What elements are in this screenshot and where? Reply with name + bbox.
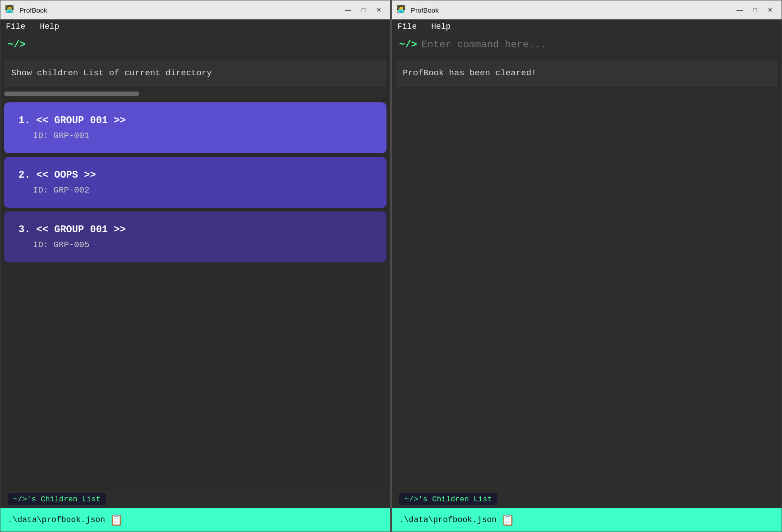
left-card-2-title: 2. << OOPS >> [18,170,372,181]
windows-container: 🧑‍💻 ProfBook — □ ✕ File Help ~/> Show ch… [0,0,782,532]
right-minimize-button[interactable]: — [733,5,746,15]
left-menu-file[interactable]: File [4,21,27,32]
right-app-icon: 🧑‍💻 [396,5,407,15]
left-card-3[interactable]: 3. << GROUP 001 >> ID: GRP-005 [4,211,386,262]
left-command-input[interactable] [30,39,383,50]
left-card-3-title: 3. << GROUP 001 >> [18,224,372,235]
right-empty-area [392,91,782,491]
left-command-area: ~/> [0,34,390,56]
right-output-area: ProfBook has been cleared! [396,60,778,87]
right-menu-bar: File Help [392,19,782,34]
left-card-2[interactable]: 2. << OOPS >> ID: GRP-002 [4,157,386,208]
right-window-title: ProfBook [411,6,729,14]
left-status-bar: ~/>'s Children List [0,491,390,508]
right-status-text: ~/>'s Children List [399,493,497,505]
right-output-text: ProfBook has been cleared! [403,67,771,80]
left-menu-help[interactable]: Help [38,21,61,32]
right-command-area: ~/> [392,34,782,56]
left-cards-container[interactable]: 1. << GROUP 001 >> ID: GRP-001 2. << OOP… [0,99,390,491]
left-window: 🧑‍💻 ProfBook — □ ✕ File Help ~/> Show ch… [0,0,391,532]
left-prompt: ~/> [8,39,26,50]
right-menu-file[interactable]: File [396,21,419,32]
right-bottom-path: .\data\profbook.json [399,515,497,524]
left-app-icon: 🧑‍💻 [5,5,16,15]
left-minimize-button[interactable]: — [341,5,355,15]
right-prompt: ~/> [399,39,417,50]
right-title-bar: 🧑‍💻 ProfBook — □ ✕ [392,0,782,19]
left-scrollbar-thumb[interactable] [4,92,139,96]
left-bottom-bar: .\data\profbook.json 📋 [0,508,390,532]
left-card-1-title: 1. << GROUP 001 >> [18,115,372,126]
left-maximize-button[interactable]: □ [357,5,370,15]
left-window-title: ProfBook [19,6,338,14]
left-card-2-id: ID: GRP-002 [33,185,372,195]
right-file-icon: 📋 [501,514,515,527]
right-title-controls: — □ ✕ [733,5,777,15]
right-maximize-button[interactable]: □ [748,5,762,15]
left-menu-bar: File Help [0,19,390,34]
right-command-input[interactable] [422,39,774,50]
left-title-controls: — □ ✕ [341,5,386,15]
left-file-icon: 📋 [110,514,123,527]
left-bottom-path: .\data\profbook.json [8,515,105,524]
left-card-1-id: ID: GRP-001 [33,131,372,141]
right-close-button[interactable]: ✕ [764,5,777,15]
left-card-3-id: ID: GRP-005 [33,240,372,250]
left-close-button[interactable]: ✕ [372,5,386,15]
right-bottom-bar: .\data\profbook.json 📋 [392,508,782,532]
right-window: 🧑‍💻 ProfBook — □ ✕ File Help ~/> ProfBoo… [391,0,782,532]
left-output-text: Show children List of current directory [11,67,379,80]
left-scrollbar-track[interactable] [4,91,386,97]
right-status-bar: ~/>'s Children List [392,491,782,508]
right-menu-help[interactable]: Help [429,21,452,32]
left-status-text: ~/>'s Children List [8,493,106,505]
left-output-area: Show children List of current directory [4,60,386,87]
left-card-1[interactable]: 1. << GROUP 001 >> ID: GRP-001 [4,102,386,153]
left-title-bar: 🧑‍💻 ProfBook — □ ✕ [0,0,390,19]
